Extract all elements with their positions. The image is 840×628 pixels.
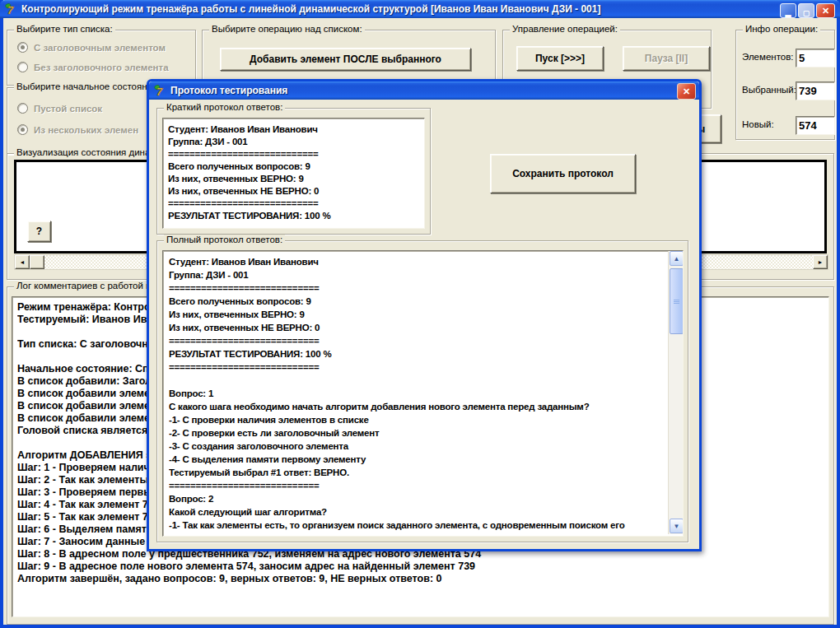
selected-element-field[interactable]: 739 xyxy=(796,81,835,100)
radio-empty-list[interactable]: Пустой список xyxy=(17,103,102,114)
dialog-close-icon[interactable]: ✕ xyxy=(677,83,696,100)
new-element-label: Новый: xyxy=(742,119,774,129)
main-window-title: Контролирующий режим тренажёра работы с … xyxy=(21,3,600,15)
main-titlebar: 7 Контролирующий режим тренажёра работы … xyxy=(0,0,840,18)
group-visualization-label: Визуализация состояния дина xyxy=(14,147,152,157)
group-list-type-label: Выбирите тип списка: xyxy=(14,24,115,34)
scroll-left-icon[interactable]: ◄ xyxy=(15,255,30,269)
maximize-button-icon[interactable]: ▢ xyxy=(798,3,814,18)
add-after-selected-button[interactable]: Добавить элемент ПОСЛЕ выбранного xyxy=(220,48,471,71)
scrollbar-thumb[interactable] xyxy=(670,268,684,334)
radio-several-elements[interactable]: Из нескольких элемен xyxy=(17,124,138,135)
radio-icon[interactable] xyxy=(17,124,28,135)
scroll-down-icon[interactable]: ▼ xyxy=(670,519,684,533)
full-protocol-lines: Студент: Иванов Иван ИвановичГруппа: ДЗИ… xyxy=(169,255,665,536)
group-operation-label: Выбирите операцию над списком: xyxy=(209,24,365,34)
save-protocol-button[interactable]: Сохранить протокол xyxy=(490,154,636,193)
new-element-field[interactable]: 574 xyxy=(796,116,835,135)
full-protocol-textbox[interactable]: Студент: Иванов Иван ИвановичГруппа: ДЗИ… xyxy=(162,250,684,537)
radio-icon[interactable] xyxy=(17,103,28,114)
group-log-label: Лог комментариев с работой н xyxy=(14,281,153,291)
group-info-label: Инфо операции: xyxy=(743,24,820,34)
scroll-right-icon[interactable]: ► xyxy=(813,255,828,269)
radio-without-header-element[interactable]: Без заголовочного элемента xyxy=(17,62,169,72)
svg-text:7: 7 xyxy=(156,86,163,97)
full-protocol-scrollbar[interactable]: ▲ ▼ xyxy=(668,251,683,534)
group-full-protocol-label: Полный протокол ответов: xyxy=(164,235,285,244)
dialog-icon: 7 xyxy=(153,84,166,97)
group-initial-state-label: Выбирите начальное состояни xyxy=(14,81,155,91)
group-short-protocol-label: Краткий протокол ответов: xyxy=(164,102,285,112)
radio-with-header-element[interactable]: С заголовочным элементом xyxy=(17,42,166,53)
group-control-label: Управление операцией: xyxy=(510,24,620,34)
pause-button[interactable]: Пауза [II] xyxy=(623,46,710,71)
protocol-dialog: 7 Протокол тестирования ✕ Краткий проток… xyxy=(147,79,702,551)
scroll-up-icon[interactable]: ▲ xyxy=(670,251,684,266)
elements-count-label: Элементов: xyxy=(742,52,793,62)
main-window: 7 Контролирующий режим тренажёра работы … xyxy=(0,0,840,628)
minimize-button-icon[interactable]: ▂ xyxy=(780,3,796,18)
scrollbar-thumb[interactable] xyxy=(30,255,44,269)
radio-icon[interactable] xyxy=(17,42,28,53)
selected-element-label: Выбранный: xyxy=(742,85,796,95)
close-button-icon[interactable]: ✕ xyxy=(816,3,835,18)
dialog-title: Протокол тестирования xyxy=(170,85,287,96)
elements-count-field[interactable]: 5 xyxy=(796,49,835,67)
group-list-type: Выбирите тип списка: С заголовочным элем… xyxy=(7,30,196,86)
start-button[interactable]: Пуск [>>>] xyxy=(516,46,604,71)
short-protocol-textbox[interactable]: Студент: Иванов Иван ИвановичГруппа: ДЗИ… xyxy=(162,118,425,229)
radio-icon[interactable] xyxy=(17,62,28,72)
app-icon: 7 xyxy=(4,2,17,16)
short-protocol-lines: Студент: Иванов Иван ИвановичГруппа: ДЗИ… xyxy=(168,123,421,228)
help-button[interactable]: ? xyxy=(27,221,51,242)
svg-text:7: 7 xyxy=(7,4,14,16)
dialog-titlebar: 7 Протокол тестирования ✕ xyxy=(149,81,699,100)
